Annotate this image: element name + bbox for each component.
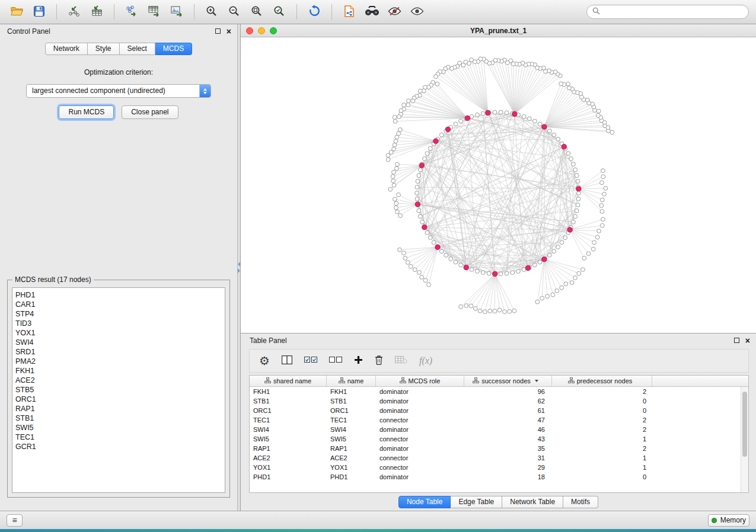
collapse-right-icon[interactable] bbox=[238, 268, 240, 273]
table-scrollbar[interactable] bbox=[741, 387, 748, 492]
network-node[interactable] bbox=[556, 245, 560, 249]
delete-column-button[interactable] bbox=[375, 352, 383, 369]
tab-network[interactable]: Network bbox=[45, 43, 88, 55]
memory-button[interactable]: Memory bbox=[708, 514, 749, 527]
column-header-predecessor-nodes[interactable]: predecessor nodes bbox=[552, 376, 652, 386]
network-node[interactable] bbox=[505, 271, 509, 275]
network-node[interactable] bbox=[425, 152, 429, 156]
network-leaf-node[interactable] bbox=[564, 282, 568, 286]
table-cell[interactable]: SWI5 bbox=[327, 435, 376, 443]
network-leaf-node[interactable] bbox=[398, 214, 403, 218]
mcds-result-item[interactable]: GCR1 bbox=[15, 442, 222, 451]
network-leaf-node[interactable] bbox=[393, 143, 397, 147]
network-node[interactable] bbox=[573, 214, 578, 219]
table-cell[interactable]: 1 bbox=[552, 454, 652, 462]
table-row[interactable]: PHD1PHD1dominator180 bbox=[250, 472, 748, 482]
network-leaf-node[interactable] bbox=[403, 256, 407, 260]
table-cell[interactable]: 31 bbox=[464, 454, 552, 462]
tab-mcds[interactable]: MCDS bbox=[155, 43, 192, 55]
apply-layout-button[interactable] bbox=[305, 3, 324, 21]
first-neighbors-button[interactable] bbox=[362, 3, 381, 21]
table-row[interactable]: ORC1ORC1dominator610 bbox=[250, 406, 748, 415]
network-leaf-node[interactable] bbox=[393, 197, 397, 201]
table-cell[interactable]: ORC1 bbox=[250, 407, 327, 414]
network-leaf-node[interactable] bbox=[596, 113, 600, 117]
network-dominator-node[interactable] bbox=[562, 145, 566, 149]
close-table-panel-icon[interactable]: × bbox=[745, 336, 750, 345]
table-row[interactable]: FKH1FKH1dominator962 bbox=[250, 387, 748, 396]
network-leaf-node[interactable] bbox=[488, 309, 492, 313]
network-leaf-node[interactable] bbox=[483, 310, 487, 314]
network-node[interactable] bbox=[470, 114, 474, 118]
network-node[interactable] bbox=[527, 117, 531, 121]
mcds-result-item[interactable]: STP4 bbox=[15, 309, 222, 319]
network-leaf-node[interactable] bbox=[595, 235, 599, 239]
table-cell[interactable]: 61 bbox=[464, 407, 552, 414]
network-leaf-node[interactable] bbox=[395, 162, 400, 166]
network-node[interactable] bbox=[572, 162, 576, 166]
table-cell[interactable]: 43 bbox=[464, 435, 552, 443]
network-graph[interactable] bbox=[241, 37, 756, 333]
table-cell[interactable]: connector bbox=[376, 435, 464, 443]
table-cell[interactable]: STB1 bbox=[250, 398, 327, 405]
network-leaf-node[interactable] bbox=[600, 198, 604, 202]
network-leaf-node[interactable] bbox=[392, 170, 396, 174]
network-leaf-node[interactable] bbox=[397, 115, 401, 119]
network-node[interactable] bbox=[416, 180, 420, 184]
import-network-button[interactable] bbox=[65, 3, 84, 21]
table-cell[interactable]: FKH1 bbox=[327, 388, 376, 395]
network-dominator-node[interactable] bbox=[542, 257, 547, 262]
export-table-button[interactable] bbox=[145, 3, 164, 21]
network-leaf-node[interactable] bbox=[604, 186, 608, 190]
open-file-button[interactable] bbox=[7, 3, 26, 21]
tab-node-table[interactable]: Node Table bbox=[398, 496, 451, 508]
network-leaf-node[interactable] bbox=[434, 75, 438, 79]
table-cell[interactable]: ORC1 bbox=[327, 407, 376, 414]
network-node[interactable] bbox=[511, 271, 515, 275]
network-node[interactable] bbox=[428, 146, 432, 150]
table-cell[interactable]: ACE2 bbox=[250, 454, 327, 462]
network-node[interactable] bbox=[575, 174, 579, 178]
network-node[interactable] bbox=[569, 157, 573, 161]
network-node[interactable] bbox=[505, 111, 509, 115]
table-cell[interactable]: TEC1 bbox=[250, 416, 327, 424]
mcds-result-item[interactable]: YOX1 bbox=[15, 328, 222, 338]
tab-network-table[interactable]: Network Table bbox=[502, 496, 563, 508]
zoom-selected-button[interactable] bbox=[270, 3, 289, 21]
network-leaf-node[interactable] bbox=[394, 206, 398, 210]
network-leaf-node[interactable] bbox=[395, 135, 399, 139]
network-leaf-node[interactable] bbox=[459, 305, 463, 309]
network-node[interactable] bbox=[522, 268, 526, 272]
network-leaf-node[interactable] bbox=[391, 179, 395, 183]
mcds-result-item[interactable]: FKH1 bbox=[15, 366, 222, 376]
network-dominator-node[interactable] bbox=[567, 227, 572, 232]
network-dominator-node[interactable] bbox=[493, 271, 497, 276]
network-leaf-node[interactable] bbox=[592, 241, 596, 245]
save-session-button[interactable] bbox=[30, 3, 49, 21]
network-node[interactable] bbox=[415, 197, 419, 201]
table-cell[interactable]: connector bbox=[376, 454, 464, 462]
network-leaf-node[interactable] bbox=[391, 174, 395, 178]
network-leaf-node[interactable] bbox=[417, 271, 422, 275]
network-node[interactable] bbox=[481, 271, 485, 275]
network-leaf-node[interactable] bbox=[585, 98, 589, 102]
mcds-result-item[interactable]: TID3 bbox=[15, 319, 222, 328]
network-leaf-node[interactable] bbox=[398, 248, 402, 252]
table-cell[interactable]: PHD1 bbox=[250, 473, 327, 480]
network-node[interactable] bbox=[538, 122, 542, 126]
network-leaf-node[interactable] bbox=[580, 268, 585, 272]
table-cell[interactable]: 2 bbox=[552, 445, 652, 452]
zoom-fit-button[interactable] bbox=[247, 3, 266, 21]
network-leaf-node[interactable] bbox=[394, 201, 398, 206]
mcds-result-item[interactable]: SWI5 bbox=[15, 423, 222, 432]
table-cell[interactable]: 2 bbox=[552, 426, 652, 433]
network-leaf-node[interactable] bbox=[535, 300, 540, 304]
network-leaf-node[interactable] bbox=[435, 82, 439, 86]
network-node[interactable] bbox=[560, 241, 564, 245]
network-dominator-node[interactable] bbox=[525, 265, 530, 270]
network-leaf-node[interactable] bbox=[540, 296, 544, 300]
table-row[interactable]: STB1STB1dominator620 bbox=[250, 396, 748, 406]
network-leaf-node[interactable] bbox=[409, 264, 413, 268]
mcds-result-item[interactable]: ORC1 bbox=[15, 395, 222, 404]
network-leaf-node[interactable] bbox=[601, 217, 605, 222]
